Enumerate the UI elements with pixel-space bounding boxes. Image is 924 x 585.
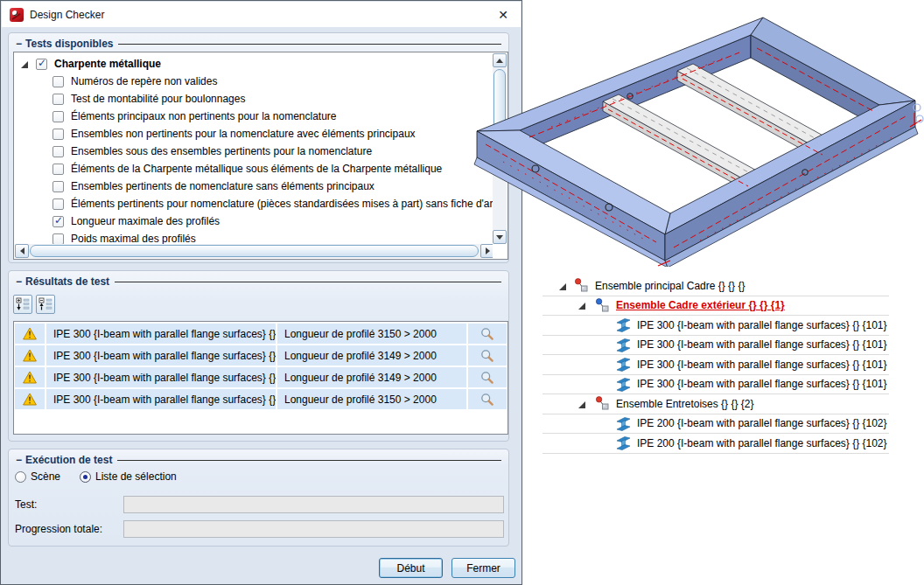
group-tests-title: Tests disponibles (25, 38, 113, 50)
radio-scene[interactable] (15, 471, 26, 483)
test-item-row[interactable]: Éléments pertinents pour nomenclature (p… (15, 195, 493, 212)
result-row[interactable]: IPE 300 {I-beam with parallel flange sur… (15, 345, 507, 366)
tree-item-label[interactable]: IPE 300 {I-beam with parallel flange sur… (637, 338, 887, 351)
checkbox[interactable] (52, 181, 64, 192)
test-item-label: Éléments pertinents pour nomenclature (p… (71, 198, 493, 210)
vertical-scrollbar[interactable] (493, 53, 507, 244)
result-message: Longueur de profilé 3150 > 2000 (276, 324, 466, 344)
collapse-glyph[interactable]: − (16, 454, 22, 466)
expand-triangle-icon[interactable] (20, 59, 29, 68)
test-item-row[interactable]: Éléments de la Charpente métallique sous… (15, 160, 493, 178)
collapse-results-button[interactable] (36, 295, 55, 314)
radio-liste-label[interactable]: Liste de sélection (95, 470, 177, 483)
test-item-row[interactable]: Test de montabilité pour boulonnages (15, 90, 493, 108)
result-message: Longueur de profilé 3149 > 2000 (276, 345, 466, 366)
tree-item-label[interactable]: IPE 300 {I-beam with parallel flange sur… (637, 359, 887, 371)
tree-item-label[interactable]: Ensemble principal Cadre {} {} {} (595, 280, 745, 292)
group-execution-title: Exécution de test (25, 454, 112, 466)
test-item-label: Poids maximal des profilés (71, 233, 196, 244)
tree-item-label[interactable]: IPE 300 {I-beam with parallel flange sur… (637, 319, 887, 331)
magnifier-icon (480, 393, 494, 407)
test-item-row[interactable]: Éléments principaux non pertinents pour … (15, 108, 493, 125)
test-item-label: Éléments de la Charpente métallique sous… (71, 163, 442, 175)
test-item-row[interactable]: Poids maximal des profilés (15, 230, 493, 244)
scroll-up-button[interactable] (493, 53, 507, 67)
tree-row[interactable]: Ensemble principal Cadre {} {} {} (542, 276, 889, 296)
checkbox[interactable] (36, 59, 47, 70)
result-row[interactable]: IPE 300 {I-beam with parallel flange sur… (15, 324, 507, 344)
tree-row-selected[interactable]: Ensemble Cadre extérieur {} {} {1} (542, 296, 889, 317)
zoom-to-item-button[interactable] (466, 345, 507, 366)
collapse-list-icon (38, 297, 52, 311)
tree-item-label[interactable]: IPE 200 {I-beam with parallel flange sur… (637, 417, 887, 429)
magnifier-icon (480, 327, 494, 341)
collapse-glyph[interactable]: − (16, 38, 22, 50)
checkbox[interactable] (52, 198, 64, 210)
test-progress-field (123, 496, 504, 513)
horizontal-scrollbar[interactable] (15, 244, 494, 258)
tree-row[interactable]: IPE 300 {I-beam with parallel flange sur… (542, 336, 889, 356)
zoom-to-item-button[interactable] (466, 324, 507, 344)
scroll-left-button[interactable] (15, 244, 29, 258)
group-rule (118, 44, 501, 45)
tree-row[interactable]: Ensemble Entretoises {} {} {2} (542, 394, 889, 414)
tree-item-label[interactable]: IPE 200 {I-beam with parallel flange sur… (637, 437, 887, 449)
tree-item-label[interactable]: Ensemble Cadre extérieur {} {} {1} (616, 299, 785, 311)
checkbox[interactable] (52, 146, 64, 157)
checkbox[interactable] (52, 129, 64, 140)
group-execution-header: − Exécution de test (16, 453, 501, 467)
checkbox[interactable] (52, 216, 64, 227)
results-list: IPE 300 {I-beam with parallel flange sur… (13, 321, 508, 435)
tests-list: Charpente métallique Numéros de repère n… (13, 52, 508, 260)
test-item-row[interactable]: Charpente métallique (15, 55, 493, 73)
horizontal-scroll-thumb[interactable] (30, 245, 479, 257)
test-item-label: Test de montabilité pour boulonnages (71, 93, 245, 105)
assembly-red-icon (574, 278, 589, 293)
test-item-label: Ensembles sous des ensembles pertinents … (71, 145, 372, 157)
collapse-glyph[interactable]: − (16, 275, 22, 288)
zoom-to-item-button[interactable] (466, 389, 507, 409)
test-item-label: Numéros de repère non valides (71, 75, 217, 87)
arrow-up-icon (496, 59, 503, 63)
checkbox[interactable] (52, 111, 64, 122)
test-item-row[interactable]: Longueur maximale des profilés (15, 212, 493, 230)
checkbox[interactable] (52, 76, 64, 87)
expand-results-button[interactable] (13, 295, 32, 314)
zoom-to-item-button[interactable] (466, 367, 507, 387)
beam-icon (616, 338, 631, 352)
test-item-row[interactable]: Ensembles pertinents de nomenclature san… (15, 178, 493, 195)
result-row[interactable]: IPE 300 {I-beam with parallel flange sur… (15, 389, 507, 409)
test-item-row[interactable]: Ensembles non pertinents pour la nomencl… (15, 125, 493, 143)
screen: { "window": { "title": "Design Checker" … (0, 0, 924, 585)
result-message: Longueur de profilé 3150 > 2000 (276, 389, 466, 409)
radio-liste-de-selection[interactable] (80, 471, 91, 483)
tree-row[interactable]: IPE 200 {I-beam with parallel flange sur… (542, 414, 889, 435)
tree-row[interactable]: IPE 200 {I-beam with parallel flange sur… (542, 434, 889, 454)
start-button[interactable]: Début (379, 558, 443, 578)
tree-row[interactable]: IPE 300 {I-beam with parallel flange sur… (542, 375, 889, 395)
total-progress-field (123, 520, 504, 538)
test-item-row[interactable]: Numéros de repère non valides (15, 73, 493, 90)
expand-triangle-icon[interactable] (578, 301, 586, 310)
checkbox[interactable] (52, 94, 64, 105)
test-item-row[interactable]: Ensembles sous des ensembles pertinents … (15, 143, 493, 160)
scroll-down-button[interactable] (493, 230, 507, 244)
radio-scene-label[interactable]: Scène (31, 470, 60, 483)
checkbox[interactable] (52, 233, 64, 245)
result-row[interactable]: IPE 300 {I-beam with parallel flange sur… (15, 367, 507, 387)
close-icon[interactable]: ✕ (494, 6, 512, 24)
tree-item-label[interactable]: IPE 300 {I-beam with parallel flange sur… (637, 378, 887, 390)
result-item-text: IPE 300 {I-beam with parallel flange sur… (45, 345, 276, 366)
title-bar[interactable]: Design Checker ✕ (2, 2, 521, 27)
expand-triangle-icon[interactable] (558, 282, 567, 290)
close-button[interactable]: Fermer (452, 558, 515, 578)
assembly-blue-icon (595, 298, 610, 313)
tree-row[interactable]: IPE 300 {I-beam with parallel flange sur… (542, 355, 889, 375)
tree-row[interactable]: IPE 300 {I-beam with parallel flange sur… (542, 316, 889, 336)
vertical-scroll-thumb[interactable] (494, 69, 506, 150)
tree-item-label[interactable]: Ensemble Entretoises {} {} {2} (616, 398, 753, 410)
checkbox[interactable] (52, 164, 64, 175)
test-item-label: Éléments principaux non pertinents pour … (71, 110, 337, 122)
result-item-text: IPE 300 {I-beam with parallel flange sur… (45, 324, 276, 344)
expand-triangle-icon[interactable] (578, 400, 586, 408)
